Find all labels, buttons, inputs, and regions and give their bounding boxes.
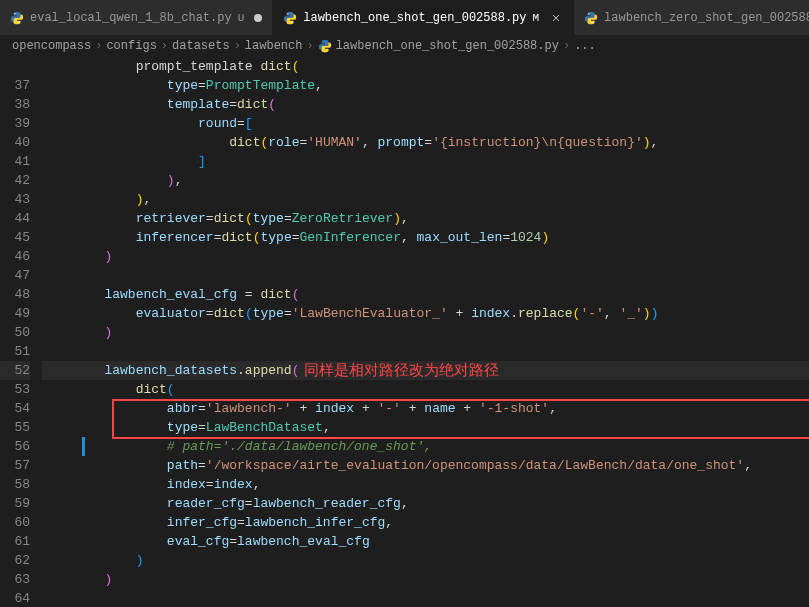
chevron-right-icon: ›	[234, 39, 241, 53]
chevron-right-icon: ›	[161, 39, 168, 53]
svg-point-2	[287, 13, 288, 14]
close-icon[interactable]	[549, 11, 563, 25]
breadcrumb[interactable]: opencompass› configs› datasets› lawbench…	[0, 35, 809, 57]
tab-status: U	[238, 12, 245, 24]
breadcrumb-item[interactable]: ...	[574, 39, 596, 53]
line-number: 46	[0, 247, 30, 266]
line-number: 52	[0, 361, 30, 380]
line-number: 41	[0, 152, 30, 171]
line-number: 47	[0, 266, 30, 285]
tab-dirty-indicator	[254, 14, 262, 22]
line-number: 49	[0, 304, 30, 323]
line-number-gutter: 3738394041424344454647484950515253545556…	[0, 57, 42, 607]
breadcrumb-item[interactable]: lawbench_one_shot_gen_002588.py	[336, 39, 559, 53]
breadcrumb-item[interactable]: configs	[106, 39, 156, 53]
line-number: 54	[0, 399, 30, 418]
code-editor[interactable]: 3738394041424344454647484950515253545556…	[0, 57, 809, 607]
svg-point-3	[292, 21, 293, 22]
line-number: 45	[0, 228, 30, 247]
python-icon	[584, 11, 598, 25]
chevron-right-icon: ›	[95, 39, 102, 53]
line-number: 50	[0, 323, 30, 342]
tab-label: lawbench_one_shot_gen_002588.py	[303, 11, 526, 25]
python-icon	[283, 11, 297, 25]
line-number: 61	[0, 532, 30, 551]
tab-bar: eval_local_qwen_1_8b_chat.py U lawbench_…	[0, 0, 809, 35]
line-number: 43	[0, 190, 30, 209]
gutter-modification-indicator	[82, 437, 85, 456]
line-number: 38	[0, 95, 30, 114]
line-number	[0, 57, 30, 76]
line-number: 62	[0, 551, 30, 570]
line-number: 56	[0, 437, 30, 456]
code-content[interactable]: prompt_template dict( type=PromptTemplat…	[42, 57, 809, 607]
line-number: 63	[0, 570, 30, 589]
line-number: 51	[0, 342, 30, 361]
breadcrumb-item[interactable]: datasets	[172, 39, 230, 53]
chevron-right-icon: ›	[306, 39, 313, 53]
line-number: 48	[0, 285, 30, 304]
line-number: 44	[0, 209, 30, 228]
line-number: 58	[0, 475, 30, 494]
python-icon	[318, 39, 332, 53]
line-number: 53	[0, 380, 30, 399]
line-number: 59	[0, 494, 30, 513]
tab-one-shot[interactable]: lawbench_one_shot_gen_002588.py M	[273, 0, 574, 35]
svg-point-1	[19, 21, 20, 22]
tab-label: eval_local_qwen_1_8b_chat.py	[30, 11, 232, 25]
svg-point-4	[588, 13, 589, 14]
line-number: 60	[0, 513, 30, 532]
python-icon	[10, 11, 24, 25]
chevron-right-icon: ›	[563, 39, 570, 53]
line-number: 57	[0, 456, 30, 475]
line-number: 37	[0, 76, 30, 95]
tab-eval-local[interactable]: eval_local_qwen_1_8b_chat.py U	[0, 0, 273, 35]
svg-point-0	[14, 13, 15, 14]
svg-point-5	[593, 21, 594, 22]
line-number: 64	[0, 589, 30, 607]
breadcrumb-item[interactable]: lawbench	[245, 39, 303, 53]
tab-zero-shot[interactable]: lawbench_zero_shot_gen_002588.py M	[574, 0, 809, 35]
line-number: 55	[0, 418, 30, 437]
tab-label: lawbench_zero_shot_gen_002588.py	[604, 11, 809, 25]
line-number: 39	[0, 114, 30, 133]
line-number: 42	[0, 171, 30, 190]
breadcrumb-item[interactable]: opencompass	[12, 39, 91, 53]
line-number: 40	[0, 133, 30, 152]
tab-status: M	[533, 12, 540, 24]
